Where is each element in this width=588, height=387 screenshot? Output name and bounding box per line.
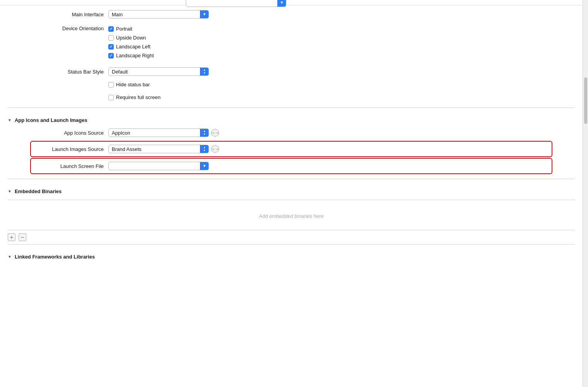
device-orientation-label: Device Orientation [31,25,108,31]
hide-status-bar-control: Hide status bar [108,80,575,89]
orientation-group: Portrait Upside Down Landscape Left [108,25,154,60]
launch-screen-file-row: Launch Screen File ▼ [31,160,552,172]
status-bar-style-row: Status Bar Style Default ▲ ▼ [0,62,583,78]
orientation-landscapeleft-row: Landscape Left [108,43,154,51]
landscapeleft-label: Landscape Left [116,44,150,50]
landscaperight-checkbox[interactable] [108,53,114,58]
scrollbar[interactable] [583,0,588,387]
upsidedown-label: Upside Down [116,35,146,41]
hide-status-bar-checkbox-row: Hide status bar [108,80,150,89]
content-area: ▼ Main Interface Main ▼ Device Orientati… [0,0,583,387]
main-interface-control: Main ▼ [108,10,575,19]
app-icons-section: ▼ App Icons and Launch Images App Icons … [0,108,583,173]
status-bar-style-control: Default ▲ ▼ [108,67,575,76]
embedded-binaries-section-header[interactable]: ▼ Embedded Binaries [0,185,583,197]
partial-chevron-icon: ▼ [280,1,284,5]
launch-images-source-label: Launch Images Source [31,146,108,152]
app-icons-section-header[interactable]: ▼ App Icons and Launch Images [0,114,583,126]
app-icons-arrow-icon: → [211,130,215,135]
linked-frameworks-section-header[interactable]: ▼ Linked Frameworks and Libraries [0,251,583,263]
launch-screen-file-select[interactable]: ▼ [108,162,209,170]
app-icons-source-select[interactable]: AppIcon ▲ ▼ [108,128,209,137]
embedded-remove-button[interactable]: − [19,233,26,241]
launch-images-arrow-btn[interactable]: → [211,145,219,153]
app-icons-source-arrow-btn[interactable]: → [211,129,219,137]
app-icons-source-row: App Icons Source AppIcon ▲ ▼ → [0,126,583,139]
landscaperight-label: Landscape Right [116,53,154,58]
main-interface-dropdown-btn[interactable]: ▼ [200,10,209,19]
status-bar-stepper-btn[interactable]: ▲ ▼ [200,67,209,76]
embedded-top-line [8,200,575,200]
app-icons-source-label: App Icons Source [31,130,108,136]
portrait-label: Portrait [116,26,132,32]
device-orientation-row: Device Orientation Portrait Upside Down [0,21,583,62]
launch-screen-chevron-icon: ▼ [203,164,207,168]
requires-fullscreen-row: Requires full screen [0,91,583,108]
requires-fullscreen-control: Requires full screen [108,93,575,101]
status-bar-style-select[interactable]: Default ▲ ▼ [108,67,209,76]
launch-screen-highlighted-container: Launch Screen File ▼ [31,159,552,173]
app-icons-source-value: AppIcon [109,130,200,136]
app-icons-stepper-up-icon: ▲ [203,130,206,133]
embedded-placeholder-text: Add embedded binaries here [0,202,583,230]
app-icons-triangle-icon: ▼ [8,118,12,122]
launch-screen-file-control: ▼ [108,162,552,170]
embedded-binaries-triangle-icon: ▼ [8,189,12,194]
hide-status-bar-row: Hide status bar [0,78,583,91]
status-bar-style-label: Status Bar Style [31,69,108,75]
hide-status-bar-checkbox[interactable] [108,82,114,87]
launch-images-source-select[interactable]: Brand Assets ▲ ▼ [108,145,209,153]
requires-fullscreen-checkbox-row: Requires full screen [108,93,161,101]
launch-images-stepper-up-icon: ▲ [203,146,206,149]
embedded-binaries-section: ▼ Embedded Binaries Add embedded binarie… [0,179,583,244]
stepper-down-icon: ▼ [203,72,206,75]
launch-screen-file-label: Launch Screen File [31,163,108,169]
main-container: ▼ Main Interface Main ▼ Device Orientati… [0,0,588,387]
orientation-portrait-row: Portrait [108,25,154,33]
hide-status-bar-label: Hide status bar [116,82,150,87]
upsidedown-checkbox[interactable] [108,35,114,41]
launch-images-source-row: Launch Images Source Brand Assets ▲ ▼ → [31,143,552,155]
launch-images-highlighted-container: Launch Images Source Brand Assets ▲ ▼ → [31,142,552,156]
status-bar-style-value: Default [109,69,200,75]
app-icons-source-stepper[interactable]: ▲ ▼ [200,128,209,137]
embedded-binaries-section-title: Embedded Binaries [15,188,62,194]
portrait-checkbox[interactable] [108,26,114,32]
linked-frameworks-section: ▼ Linked Frameworks and Libraries [0,245,583,263]
launch-images-stepper-down-icon: ▼ [203,149,206,152]
launch-screen-dropdown-btn[interactable]: ▼ [200,162,209,170]
orientation-landscaperight-row: Landscape Right [108,51,154,60]
embedded-add-button[interactable]: + [8,233,15,241]
partial-dropdown-btn[interactable]: ▼ [277,0,286,7]
requires-fullscreen-checkbox[interactable] [108,95,114,100]
orientation-upsidedown-row: Upside Down [108,34,154,42]
landscapeleft-checkbox[interactable] [108,44,114,50]
linked-frameworks-triangle-icon: ▼ [8,255,12,259]
linked-frameworks-section-title: Linked Frameworks and Libraries [15,254,95,260]
main-interface-chevron-icon: ▼ [203,12,207,16]
main-interface-label: Main Interface [31,12,108,17]
scrollbar-thumb[interactable] [584,77,587,124]
launch-images-stepper[interactable]: ▲ ▼ [200,145,209,153]
device-orientation-control: Portrait Upside Down Landscape Left [108,25,575,60]
app-icons-stepper-down-icon: ▼ [203,133,206,136]
stepper-up-icon: ▲ [203,68,206,72]
requires-fullscreen-label: Requires full screen [116,94,161,100]
embedded-add-remove-buttons: + − [0,230,583,244]
launch-images-source-control: Brand Assets ▲ ▼ → [108,145,552,153]
app-icons-source-control: AppIcon ▲ ▼ → [108,128,575,137]
main-interface-value: Main [109,12,200,17]
launch-images-source-value: Brand Assets [109,146,200,152]
app-icons-section-title: App Icons and Launch Images [15,117,87,123]
launch-images-arrow-icon: → [211,147,215,151]
main-interface-row: Main Interface Main ▼ [0,5,583,21]
main-interface-select[interactable]: Main ▼ [108,10,209,19]
